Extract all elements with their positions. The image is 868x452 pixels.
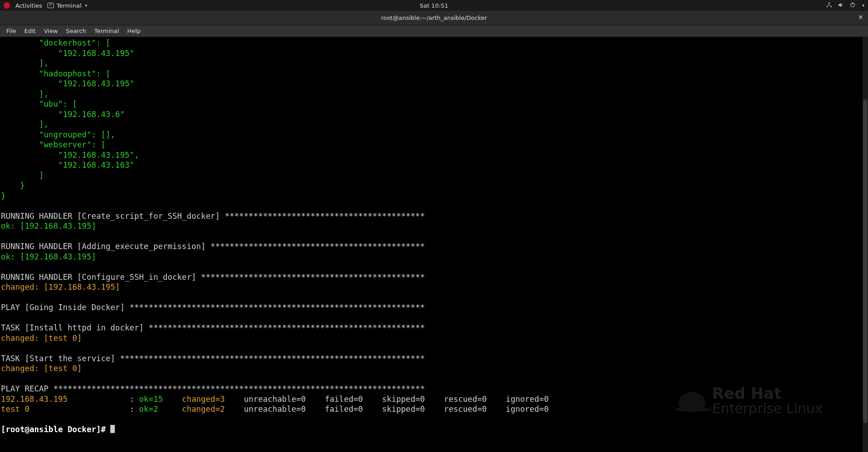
divider: ****************************************… <box>225 212 425 221</box>
terminal-icon <box>47 3 54 8</box>
menu-search[interactable]: Search <box>62 27 90 35</box>
menu-help[interactable]: Help <box>123 27 144 35</box>
recap-host: test 0 <box>1 405 29 414</box>
menubar: File Edit View Search Terminal Help <box>0 25 868 37</box>
handler-header: RUNNING HANDLER [Create_script_for_SSH_d… <box>1 212 225 221</box>
window-titlebar[interactable]: root@ansible:~/arth_ansible/Docker ✕ <box>0 11 868 25</box>
json-line: } <box>1 181 25 190</box>
menu-edit[interactable]: Edit <box>21 27 39 35</box>
divider: ****************************************… <box>129 303 425 312</box>
recap-rest: unreachable=0 failed=0 skipped=0 rescued… <box>225 395 548 404</box>
recap-header: PLAY RECAP <box>1 384 53 393</box>
chevron-down-icon: ▾ <box>85 3 87 8</box>
menu-terminal[interactable]: Terminal <box>90 27 123 35</box>
volume-icon <box>838 2 844 9</box>
json-line: "192.168.43.195" <box>1 79 134 88</box>
recap-ok: ok=15 <box>139 395 163 404</box>
cursor[interactable] <box>110 425 115 433</box>
json-line: "ubu": [ <box>1 99 77 108</box>
task-header: TASK [Start the service] <box>1 354 120 363</box>
divider: ****************************************… <box>149 323 425 332</box>
json-line: "webserver": [ <box>1 140 106 149</box>
task-result-changed: changed: [192.168.43.195] <box>1 282 120 292</box>
recap-rest: unreachable=0 failed=0 skipped=0 rescued… <box>225 405 548 414</box>
scrollbar-thumb[interactable] <box>863 99 868 423</box>
divider: ****************************************… <box>53 384 425 393</box>
pad <box>163 395 182 404</box>
system-tray[interactable]: ▾ <box>826 2 864 9</box>
svg-rect-4 <box>853 2 853 4</box>
json-line: ], <box>1 120 48 129</box>
handler-header: RUNNING HANDLER [Adding_execute_permissi… <box>1 242 211 251</box>
divider: ****************************************… <box>201 273 425 282</box>
json-line: ], <box>1 59 48 68</box>
json-line: "hadoophost": [ <box>1 69 110 78</box>
json-line: } <box>1 191 6 200</box>
task-result-changed: changed: [test 0] <box>1 334 82 343</box>
divider: ****************************************… <box>211 242 425 251</box>
pad <box>29 405 129 414</box>
activities-button[interactable]: Activities <box>15 2 42 9</box>
menu-file[interactable]: File <box>3 27 20 35</box>
task-result-ok: ok: [192.168.43.195] <box>1 221 96 231</box>
colon: : <box>129 405 139 414</box>
gnome-topbar: Activities Terminal ▾ Sat 10:51 ▾ <box>0 0 868 11</box>
app-menu-label: Terminal <box>57 2 81 9</box>
distro-icon <box>4 2 10 9</box>
task-result-changed: changed: [test 0] <box>1 364 82 373</box>
app-menu[interactable]: Terminal ▾ <box>47 2 87 9</box>
task-header: TASK [Install httpd in docker] <box>1 323 149 332</box>
colon: : <box>129 395 139 404</box>
json-line: ], <box>1 89 48 99</box>
terminal-output[interactable]: "dockerhost": [ "192.168.43.195" ], "had… <box>0 37 868 452</box>
recap-host: 192.168.43.195 <box>1 395 68 404</box>
divider: ****************************************… <box>120 354 425 363</box>
json-line: "ungrouped": [], <box>1 130 115 139</box>
recap-changed: changed=2 <box>182 405 225 414</box>
menu-view[interactable]: View <box>40 27 61 35</box>
clock[interactable]: Sat 10:51 <box>420 2 448 9</box>
json-line: "192.168.43.6" <box>1 110 125 119</box>
handler-header: RUNNING HANDLER [Configure_SSH_in_docker… <box>1 273 201 282</box>
network-icon <box>826 2 832 9</box>
json-line: ] <box>1 171 44 180</box>
task-result-ok: ok: [192.168.43.195] <box>1 252 96 261</box>
play-header: PLAY [Going Inside Docker] <box>1 303 129 312</box>
pad <box>158 405 182 414</box>
recap-changed: changed=3 <box>182 395 225 404</box>
power-icon <box>849 2 856 9</box>
json-line: "192.168.43.195", <box>1 151 139 160</box>
json-line: "dockerhost": [ <box>1 38 110 47</box>
json-line: "192.168.43.195" <box>1 49 134 58</box>
window-title: root@ansible:~/arth_ansible/Docker <box>381 14 487 21</box>
close-button[interactable]: ✕ <box>858 14 863 21</box>
shell-prompt: [root@ansible Docker]# <box>1 425 110 434</box>
chevron-down-icon: ▾ <box>862 3 864 8</box>
scrollbar[interactable] <box>863 37 868 452</box>
pad <box>68 395 130 404</box>
json-line: "192.168.43.163" <box>1 160 134 170</box>
recap-ok: ok=2 <box>139 405 158 414</box>
